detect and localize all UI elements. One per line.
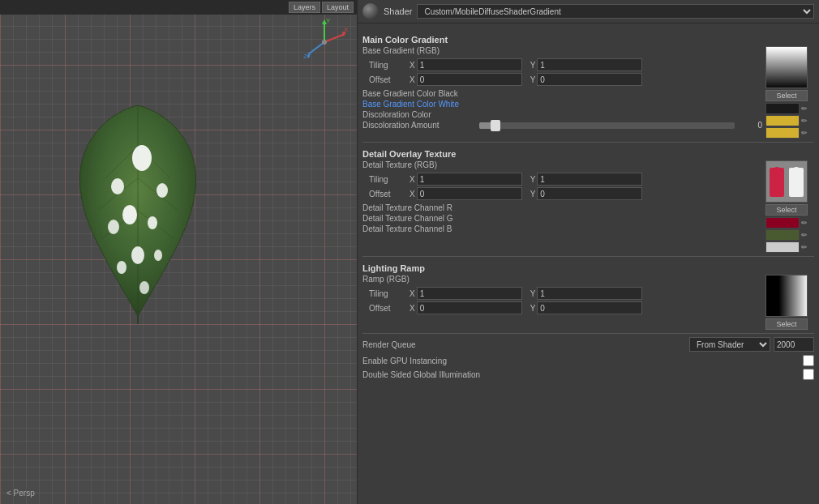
svg-point-26 (139, 281, 149, 294)
base-gradient-black-label: Base Gradient Color Black (362, 89, 458, 98)
ramp-thumbnail (765, 275, 808, 317)
lighting-ramp-title: Lighting Ramp (362, 263, 814, 273)
inspector-scroll[interactable]: Shader Custom/MobileDiffuseShaderGradien… (358, 0, 819, 504)
detail-offset-row: Offset X Y (362, 187, 762, 200)
discoloration-slider-track[interactable] (479, 122, 735, 129)
ramp-rgb-label: Ramp (RGB) (362, 275, 762, 284)
lighting-ramp-section: Lighting Ramp Ramp (RGB) Tiling X Y (362, 263, 814, 330)
svg-line-6 (308, 42, 324, 54)
detail-offset-y-axis: Y (530, 190, 536, 199)
channel-b-swatch[interactable] (765, 241, 800, 253)
gizmo-svg: Y X Z (300, 18, 349, 66)
svg-point-30 (773, 167, 781, 175)
discoloration-value: 0 (738, 121, 762, 130)
persp-label: < Persp (6, 489, 35, 498)
yellow-swatch-edit-icon[interactable]: ✏ (801, 117, 808, 125)
gold-swatch-edit-icon[interactable]: ✏ (801, 129, 808, 137)
detail-tiling-label: Tiling (369, 175, 410, 184)
divider-1 (362, 142, 814, 143)
detail-channel-r-row: Detail Texture Channel R (362, 203, 762, 212)
svg-point-22 (108, 220, 119, 234)
detail-offset-y-input[interactable] (537, 187, 642, 200)
main-offset-y-label: Y (530, 75, 536, 84)
channel-g-swatch[interactable] (765, 229, 800, 241)
main-offset-x-input[interactable] (417, 73, 522, 86)
main-offset-label: Offset (369, 75, 410, 84)
black-swatch-edit-icon[interactable]: ✏ (801, 105, 808, 113)
divider-3 (362, 333, 814, 334)
detail-thumb-area: Select ✏ ✏ (765, 160, 814, 253)
channel-r-edit-icon[interactable]: ✏ (801, 219, 808, 227)
detail-channel-g-row: Detail Texture Channel G (362, 214, 762, 223)
main-color-gradient-title: Main Color Gradient (362, 35, 814, 45)
channel-b-swatch-row: ✏ (765, 241, 814, 253)
double-sided-checkbox[interactable] (803, 369, 814, 380)
leaf-model (57, 97, 219, 326)
ramp-offset-y-input[interactable] (537, 301, 642, 314)
render-queue-select[interactable]: From Shader (689, 337, 770, 352)
main-tiling-row: Tiling X Y (362, 58, 762, 71)
main-offset-y-input[interactable] (537, 73, 642, 86)
channel-b-edit-icon[interactable]: ✏ (801, 243, 808, 251)
render-queue-value-input[interactable] (774, 337, 814, 352)
detail-tiling-x-axis: X (410, 175, 415, 184)
gold-swatch[interactable] (765, 127, 800, 139)
channel-g-swatch-row: ✏ (765, 229, 814, 241)
discoloration-amount-row: Discoloration Amount 0 (362, 121, 762, 130)
yellow-swatch[interactable] (765, 115, 800, 126)
channel-r-swatch-row: ✏ (765, 217, 814, 229)
main-tiling-y-input[interactable] (537, 58, 642, 71)
detail-tiling-x-input[interactable] (417, 173, 522, 186)
detail-offset-label: Offset (369, 190, 410, 199)
ramp-preview (766, 275, 808, 317)
detail-offset-x-input[interactable] (417, 187, 522, 200)
ramp-select-button[interactable]: Select (765, 318, 808, 330)
base-gradient-white-link[interactable]: Base Gradient Color White (362, 100, 459, 109)
discoloration-color-row: Discoloration Color (362, 110, 762, 119)
gold-swatch-row: ✏ (765, 127, 814, 139)
detail-tiling-y-input[interactable] (537, 173, 642, 186)
ramp-tiling-x-axis: X (410, 289, 415, 298)
layout-button[interactable]: Layout (322, 2, 354, 13)
detail-select-button[interactable]: Select (765, 204, 808, 216)
main-tiling-label: Tiling (369, 61, 410, 70)
main-color-gradient-section: Main Color Gradient Base Gradient (RGB) … (362, 35, 814, 139)
main-offset-x-label: X (410, 75, 415, 84)
detail-thumb-svg (766, 161, 808, 203)
ramp-offset-label: Offset (369, 304, 410, 313)
gradient-select-button[interactable]: Select (765, 90, 808, 101)
render-queue-label: Render Queue (362, 340, 689, 349)
axis-gizmo: Y X Z (300, 18, 349, 66)
viewport-panel: Layers Layout Y X Z (0, 0, 357, 504)
ramp-offset-x-input[interactable] (417, 301, 522, 314)
ramp-tiling-x-input[interactable] (417, 287, 522, 300)
svg-text:Z: Z (303, 53, 307, 60)
discoloration-slider-thumb[interactable] (491, 120, 500, 131)
gradient-preview (766, 47, 808, 88)
svg-text:Y: Y (326, 18, 331, 24)
main-offset-row: Offset X Y (362, 73, 762, 86)
svg-point-20 (122, 205, 137, 224)
discoloration-amount-label: Discoloration Amount (362, 121, 476, 130)
base-gradient-white-row: Base Gradient Color White (362, 100, 762, 109)
ramp-offset-y-axis: Y (530, 304, 536, 313)
channel-r-swatch[interactable] (765, 217, 800, 229)
svg-point-9 (322, 40, 327, 45)
divider-2 (362, 256, 814, 257)
main-tiling-x-label: X (410, 61, 415, 70)
ramp-tiling-y-input[interactable] (537, 287, 642, 300)
detail-offset-x-axis: X (410, 190, 415, 199)
main-tiling-x-input[interactable] (417, 58, 522, 71)
black-swatch[interactable] (765, 103, 800, 114)
detail-overlay-fields: Detail Texture (RGB) Tiling X Y (362, 160, 762, 253)
double-sided-label: Double Sided Global Illumination (362, 370, 803, 379)
ramp-offset-x-axis: X (410, 304, 415, 313)
detail-overlay-content: Detail Texture (RGB) Tiling X Y (362, 160, 814, 253)
shader-select[interactable]: Custom/MobileDiffuseShaderGradient (417, 4, 814, 19)
gpu-instancing-checkbox[interactable] (803, 355, 814, 366)
svg-point-32 (792, 167, 800, 175)
layers-button[interactable]: Layers (289, 2, 320, 13)
white-swatch-row: ✏ (765, 115, 814, 126)
material-icon (362, 3, 379, 19)
channel-g-edit-icon[interactable]: ✏ (801, 231, 808, 239)
